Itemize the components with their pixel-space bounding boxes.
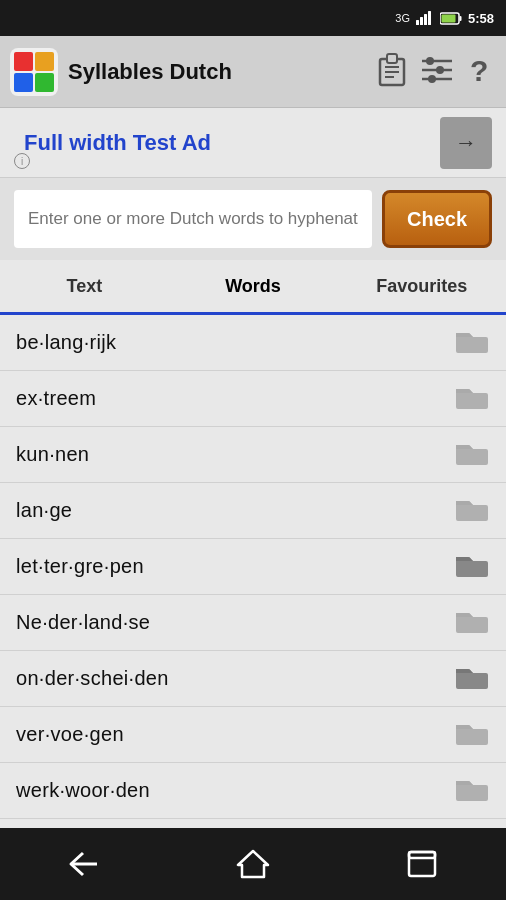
- app-icon: [10, 48, 58, 96]
- help-icon: ?: [468, 55, 496, 85]
- icon-quadrant-2: [35, 52, 54, 71]
- filters-button[interactable]: [422, 57, 452, 87]
- folder-button[interactable]: [454, 775, 490, 807]
- word-text: lan·ge: [16, 499, 72, 522]
- folder-button[interactable]: [454, 327, 490, 359]
- signal-icon: [416, 11, 434, 25]
- svg-rect-2: [424, 14, 427, 25]
- word-text: be·lang·rijk: [16, 331, 116, 354]
- status-bar: 3G 5:58: [0, 0, 506, 36]
- back-button[interactable]: [47, 839, 121, 889]
- word-item[interactable]: Ne·der·land·se: [0, 595, 506, 651]
- word-item[interactable]: kun·nen: [0, 427, 506, 483]
- recent-icon: [405, 849, 439, 879]
- icon-quadrant-1: [14, 52, 33, 71]
- ad-arrow-button[interactable]: →: [440, 117, 492, 169]
- folder-icon: [454, 607, 490, 635]
- svg-rect-22: [409, 852, 435, 858]
- clipboard-icon: [378, 53, 406, 87]
- word-text: ex·treem: [16, 387, 96, 410]
- ad-info-icon: i: [14, 153, 30, 169]
- word-item[interactable]: ex·treem: [0, 371, 506, 427]
- word-item[interactable]: let·ter·gre·pen: [0, 539, 506, 595]
- ad-arrow-icon: →: [455, 130, 477, 156]
- folder-button[interactable]: [454, 495, 490, 527]
- word-text: kun·nen: [16, 443, 89, 466]
- status-icons: 3G 5:58: [395, 11, 494, 26]
- folder-icon: [454, 495, 490, 523]
- check-button[interactable]: Check: [382, 190, 492, 248]
- nav-bar: [0, 828, 506, 900]
- search-bar: Check: [0, 178, 506, 260]
- ad-banner: i Full width Test Ad →: [0, 108, 506, 178]
- search-input[interactable]: [14, 190, 372, 248]
- icon-quadrant-3: [14, 73, 33, 92]
- svg-rect-21: [409, 852, 435, 876]
- svg-rect-6: [441, 14, 455, 22]
- folder-icon: [454, 663, 490, 691]
- network-indicator: 3G: [395, 12, 410, 24]
- folder-button[interactable]: [454, 607, 490, 639]
- word-item[interactable]: on·der·schei·den: [0, 651, 506, 707]
- folder-icon: [454, 719, 490, 747]
- word-item[interactable]: be·lang·rijk: [0, 315, 506, 371]
- folder-button[interactable]: [454, 719, 490, 751]
- svg-point-13: [426, 57, 434, 65]
- battery-icon: [440, 12, 462, 25]
- folder-icon: [454, 551, 490, 579]
- tab-favourites[interactable]: Favourites: [337, 260, 506, 312]
- back-icon: [67, 849, 101, 879]
- svg-point-15: [436, 66, 444, 74]
- home-icon: [236, 849, 270, 879]
- recent-button[interactable]: [385, 839, 459, 889]
- tab-words[interactable]: Words: [169, 260, 338, 312]
- svg-rect-1: [420, 17, 423, 25]
- tab-text[interactable]: Text: [0, 260, 169, 312]
- filters-icon: [422, 57, 452, 83]
- word-item[interactable]: lan·ge: [0, 483, 506, 539]
- folder-button[interactable]: [454, 663, 490, 695]
- icon-quadrant-4: [35, 73, 54, 92]
- folder-icon: [454, 775, 490, 803]
- folder-button[interactable]: [454, 551, 490, 583]
- word-text: Ne·der·land·se: [16, 611, 150, 634]
- folder-button[interactable]: [454, 439, 490, 471]
- svg-point-17: [428, 75, 436, 83]
- app-title: Syllables Dutch: [68, 59, 368, 85]
- svg-text:?: ?: [470, 55, 488, 85]
- svg-rect-8: [387, 54, 397, 63]
- home-button[interactable]: [216, 839, 290, 889]
- folder-button[interactable]: [454, 383, 490, 415]
- svg-rect-3: [428, 11, 431, 25]
- word-text: on·der·schei·den: [16, 667, 169, 690]
- ad-text: Full width Test Ad: [14, 130, 440, 156]
- app-bar: Syllables Dutch: [0, 36, 506, 108]
- folder-icon: [454, 383, 490, 411]
- svg-marker-20: [238, 851, 268, 877]
- word-list: be·lang·rijk ex·treem kun·nen: [0, 315, 506, 875]
- app-bar-actions: ?: [378, 53, 496, 91]
- word-text: let·ter·gre·pen: [16, 555, 144, 578]
- word-item[interactable]: ver·voe·gen: [0, 707, 506, 763]
- svg-rect-5: [459, 16, 461, 21]
- word-text: werk·woor·den: [16, 779, 150, 802]
- time-display: 5:58: [468, 11, 494, 26]
- tab-bar: Text Words Favourites: [0, 260, 506, 315]
- folder-icon: [454, 439, 490, 467]
- word-text: ver·voe·gen: [16, 723, 124, 746]
- folder-icon: [454, 327, 490, 355]
- help-button[interactable]: ?: [468, 55, 496, 89]
- clipboard-button[interactable]: [378, 53, 406, 91]
- svg-rect-0: [416, 20, 419, 25]
- word-item[interactable]: werk·woor·den: [0, 763, 506, 819]
